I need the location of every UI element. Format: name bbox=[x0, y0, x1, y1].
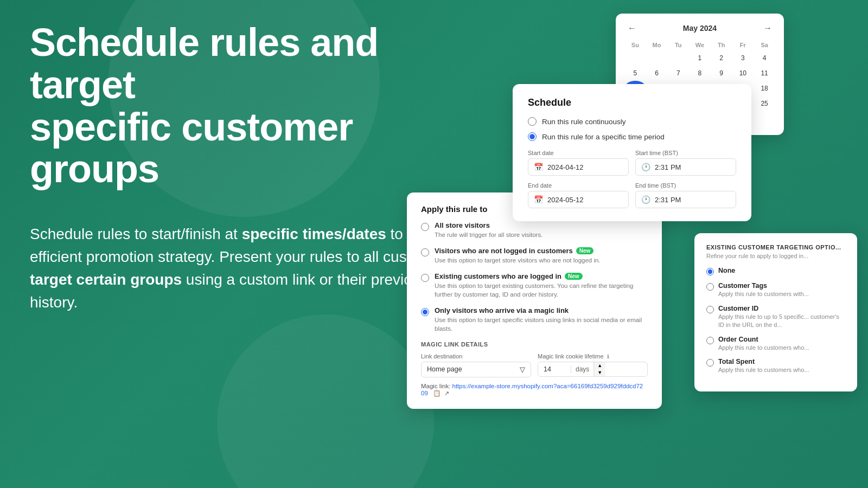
calendar-day-25[interactable]: 25 bbox=[754, 96, 775, 111]
magic-link-desc: Use this option to target specific visit… bbox=[435, 316, 648, 333]
external-link-icon[interactable]: ↗ bbox=[444, 390, 449, 396]
magic-link-url-link[interactable]: https://example-store.myshopify.com?aca=… bbox=[421, 383, 643, 396]
link-destination-label: Link destination bbox=[421, 353, 531, 359]
existing-customers-radio[interactable] bbox=[421, 274, 429, 282]
all-visitors-radio[interactable] bbox=[421, 223, 429, 231]
calendar-icon-start: 📅 bbox=[534, 163, 543, 171]
schedule-continuous-label: Run this rule continuously bbox=[542, 118, 626, 126]
targeting-card: EXISTING CUSTOMER TARGETING OPTIO... Ref… bbox=[694, 233, 857, 391]
schedule-specific-radio[interactable] bbox=[528, 132, 537, 141]
start-time-label: Start time (BST) bbox=[635, 150, 736, 156]
start-date-input[interactable]: 📅 2024-04-12 bbox=[528, 158, 629, 176]
end-date-value: 2024-05-12 bbox=[547, 196, 584, 204]
calendar-title: May 2024 bbox=[683, 24, 717, 33]
start-time-field: Start time (BST) 🕐 2:31 PM bbox=[635, 150, 736, 176]
targeting-tags-option[interactable]: Customer Tags Apply this rule to custome… bbox=[706, 282, 845, 298]
magic-link-section: MAGIC LINK DETAILS Link destination Home… bbox=[421, 341, 648, 397]
targeting-spent-radio[interactable] bbox=[706, 359, 714, 367]
calendar-day-10[interactable]: 10 bbox=[732, 66, 754, 81]
calendar-day-11[interactable]: 11 bbox=[754, 66, 775, 81]
calendar-day-18[interactable]: 18 bbox=[754, 81, 775, 96]
cookie-lifetime-increment[interactable]: ▲ bbox=[594, 362, 605, 369]
not-logged-radio[interactable] bbox=[421, 248, 429, 256]
schedule-title: Schedule bbox=[528, 97, 736, 108]
calendar-day-4[interactable]: 4 bbox=[754, 50, 775, 66]
link-destination-select[interactable]: Home page ▽ bbox=[421, 362, 531, 377]
start-date-field: Start date 📅 2024-04-12 bbox=[528, 150, 629, 176]
calendar-day-3[interactable]: 3 bbox=[732, 50, 754, 66]
date-time-grid: Start date 📅 2024-04-12 Start time (BST)… bbox=[528, 150, 736, 208]
copy-icon[interactable]: 📋 bbox=[433, 390, 441, 396]
targeting-id-desc: Apply this rule to up to 5 specific... c… bbox=[718, 313, 845, 329]
start-time-value: 2:31 PM bbox=[655, 163, 681, 171]
clock-icon-start: 🕐 bbox=[641, 163, 650, 171]
all-visitors-option[interactable]: All store visitors The rule will trigger… bbox=[421, 221, 648, 239]
targeting-tags-radio[interactable] bbox=[706, 283, 714, 291]
magic-link-option[interactable]: Only visitors who arrive via a magic lin… bbox=[421, 306, 648, 333]
clock-icon-end: 🕐 bbox=[641, 195, 650, 204]
link-destination-field: Link destination Home page ▽ bbox=[421, 353, 531, 377]
cal-day-su: Su bbox=[624, 40, 646, 50]
magic-link-fields: Link destination Home page ▽ Magic link … bbox=[421, 353, 648, 377]
not-logged-option[interactable]: Visitors who are not logged in customers… bbox=[421, 247, 648, 265]
start-date-value: 2024-04-12 bbox=[547, 163, 584, 171]
end-time-label: End time (BST) bbox=[635, 182, 736, 189]
cookie-lifetime-unit: days bbox=[571, 365, 593, 373]
cookie-lifetime-decrement[interactable]: ▼ bbox=[594, 369, 605, 376]
calendar-day-2[interactable]: 2 bbox=[711, 50, 732, 66]
targeting-spent-desc: Apply this rule to customers who... bbox=[718, 366, 809, 374]
targeting-order-radio[interactable] bbox=[706, 337, 714, 344]
cal-day-mo: Mo bbox=[646, 40, 668, 50]
targeting-none-option[interactable]: None bbox=[706, 267, 845, 275]
end-time-value: 2:31 PM bbox=[655, 196, 681, 204]
end-date-field: End date 📅 2024-05-12 bbox=[528, 182, 629, 208]
all-visitors-label: All store visitors bbox=[435, 221, 542, 229]
main-heading: Schedule rules and target specific custo… bbox=[30, 22, 480, 190]
chevron-down-icon: ▽ bbox=[520, 365, 525, 374]
calendar-header: ← May 2024 → bbox=[624, 22, 775, 34]
calendar-day-8[interactable]: 8 bbox=[689, 66, 711, 81]
calendar-day-9[interactable]: 9 bbox=[711, 66, 732, 81]
existing-customers-badge: New bbox=[565, 273, 583, 280]
end-date-input[interactable]: 📅 2024-05-12 bbox=[528, 191, 629, 208]
calendar-day-1[interactable]: 1 bbox=[689, 50, 711, 66]
calendar-next-button[interactable]: → bbox=[760, 22, 775, 34]
all-visitors-desc: The rule will trigger for all store visi… bbox=[435, 230, 542, 239]
schedule-continuous-option[interactable]: Run this rule continuously bbox=[528, 117, 736, 126]
targeting-none-radio[interactable] bbox=[706, 268, 714, 275]
cookie-lifetime-input[interactable]: days ▲ ▼ bbox=[538, 362, 648, 377]
targeting-id-radio[interactable] bbox=[706, 306, 714, 313]
targeting-order-label: Order Count bbox=[718, 336, 809, 343]
cal-day-we: We bbox=[689, 40, 711, 50]
apply-rule-card: Apply this rule to All store visitors Th… bbox=[407, 192, 662, 409]
cal-day-th: Th bbox=[711, 40, 732, 50]
end-date-label: End date bbox=[528, 182, 629, 189]
end-time-input[interactable]: 🕐 2:31 PM bbox=[635, 191, 736, 208]
not-logged-desc: Use this option to target store visitors… bbox=[435, 256, 601, 265]
schedule-specific-label: Run this rule for a specific time period bbox=[542, 133, 665, 141]
schedule-card: Schedule Run this rule continuously Run … bbox=[513, 84, 751, 221]
calendar-icon-end: 📅 bbox=[534, 195, 543, 204]
targeting-order-option[interactable]: Order Count Apply this rule to customers… bbox=[706, 336, 845, 352]
targeting-spent-option[interactable]: Total Spent Apply this rule to customers… bbox=[706, 358, 845, 374]
existing-customers-option[interactable]: Existing customers who are logged in New… bbox=[421, 272, 648, 299]
calendar-day-5[interactable]: 5 bbox=[624, 66, 646, 81]
targeting-spent-label: Total Spent bbox=[718, 358, 809, 365]
schedule-continuous-radio[interactable] bbox=[528, 117, 537, 126]
cookie-lifetime-value[interactable] bbox=[538, 362, 571, 376]
existing-customers-desc: Use this option to target existing custo… bbox=[435, 281, 648, 299]
targeting-id-option[interactable]: Customer ID Apply this rule to up to 5 s… bbox=[706, 305, 845, 329]
cal-day-tu: Tu bbox=[667, 40, 689, 50]
end-time-field: End time (BST) 🕐 2:31 PM bbox=[635, 182, 736, 208]
targeting-none-label: None bbox=[718, 267, 735, 274]
not-logged-label: Visitors who are not logged in customers… bbox=[435, 247, 601, 255]
start-date-label: Start date bbox=[528, 150, 629, 156]
calendar-day-7[interactable]: 7 bbox=[667, 66, 689, 81]
start-time-input[interactable]: 🕐 2:31 PM bbox=[635, 158, 736, 176]
calendar-day-6[interactable]: 6 bbox=[646, 66, 668, 81]
schedule-specific-option[interactable]: Run this rule for a specific time period bbox=[528, 132, 736, 141]
targeting-order-desc: Apply this rule to customers who... bbox=[718, 344, 809, 352]
targeting-tags-desc: Apply this rule to customers with... bbox=[718, 290, 809, 298]
calendar-prev-button[interactable]: ← bbox=[624, 22, 640, 34]
magic-link-radio[interactable] bbox=[421, 308, 429, 316]
